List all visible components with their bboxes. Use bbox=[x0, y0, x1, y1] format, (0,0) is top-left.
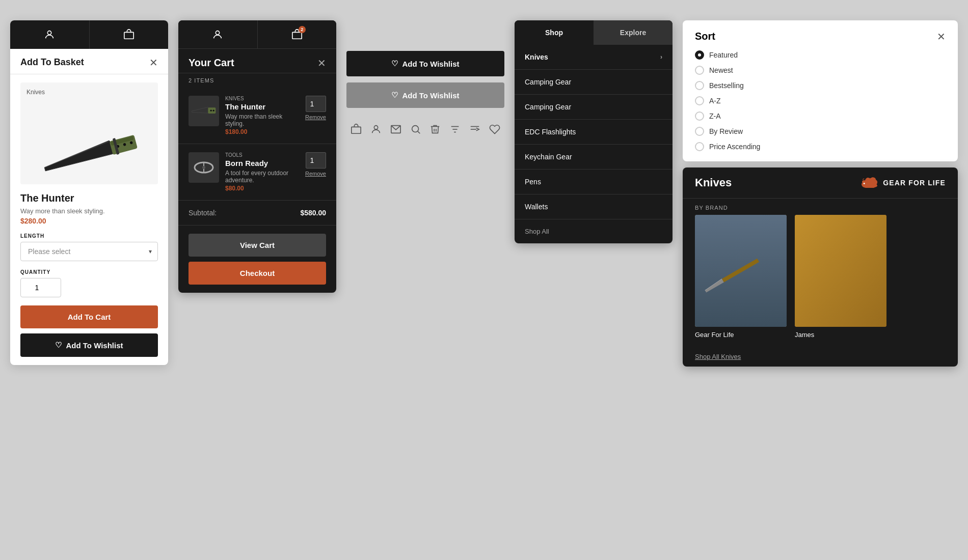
shop-nav-list: Knives › Camping Gear Camping Gear EDC F… bbox=[515, 45, 673, 219]
cart-item: Tools Born Ready A tool for every outdoo… bbox=[178, 144, 336, 201]
shop-nav-item-camping2[interactable]: Camping Gear bbox=[515, 95, 673, 120]
mail-icon[interactable] bbox=[387, 120, 405, 138]
sort-label-price-asc: Price Ascending bbox=[709, 143, 760, 151]
length-label: LENGTH bbox=[20, 233, 158, 239]
add-to-wishlist-button[interactable]: ♡ Add To Wishlist bbox=[20, 333, 158, 357]
sort-option-price-asc[interactable]: Price Ascending bbox=[695, 142, 946, 151]
cart-item-image-2 bbox=[189, 152, 219, 183]
cart-panel: 2 Your Cart ✕ 2 ITEMS Knives The Hunter … bbox=[178, 20, 336, 293]
sort-option-za[interactable]: Z-A bbox=[695, 111, 946, 121]
shop-nav-item-flashlights[interactable]: EDC Flashlights bbox=[515, 120, 673, 145]
wishlist-button-2[interactable]: ♡ Add To Wishlist bbox=[346, 82, 504, 108]
right-panel: Sort ✕ Featured Newest Bestselling A-Z bbox=[683, 20, 958, 367]
sort-title: Sort bbox=[695, 31, 715, 42]
cart-item-remove-button-2[interactable]: Remove bbox=[305, 171, 326, 177]
basket-top-bar bbox=[10, 20, 168, 49]
cart-item-qty-2: Remove bbox=[305, 152, 326, 177]
quantity-label: QUANTITY bbox=[20, 269, 158, 275]
user-icon[interactable] bbox=[367, 120, 385, 138]
wishlist-label-2: Add To Wishlist bbox=[402, 91, 459, 100]
sort-options: Featured Newest Bestselling A-Z Z-A By R… bbox=[695, 50, 946, 151]
subtotal-amount: $580.00 bbox=[300, 209, 326, 217]
cart-close-button[interactable]: ✕ bbox=[317, 58, 326, 68]
bison-icon bbox=[861, 176, 879, 190]
cart-item-qty-input-2[interactable] bbox=[306, 152, 326, 169]
sort-option-newest[interactable]: Newest bbox=[695, 66, 946, 75]
product-card-2[interactable]: James bbox=[795, 215, 886, 339]
product-card-1[interactable]: Gear For Life bbox=[695, 215, 787, 339]
basket-header: Add To Basket ✕ bbox=[10, 49, 168, 74]
checkout-button[interactable]: Checkout bbox=[189, 262, 326, 285]
product-card-image-2 bbox=[795, 215, 886, 327]
length-select[interactable]: Please select bbox=[20, 242, 158, 261]
svg-point-18 bbox=[202, 166, 205, 169]
cart-badge: 2 bbox=[291, 29, 303, 40]
cart-item-info-2: Tools Born Ready A tool for every outdoo… bbox=[225, 152, 299, 192]
sort-panel: Sort ✕ Featured Newest Bestselling A-Z bbox=[683, 20, 958, 161]
sort-option-bestselling[interactable]: Bestselling bbox=[695, 81, 946, 90]
cart-tab[interactable] bbox=[90, 20, 169, 49]
svg-rect-11 bbox=[292, 32, 302, 39]
tab-explore[interactable]: Explore bbox=[594, 20, 673, 45]
sort-option-review[interactable]: By Review bbox=[695, 127, 946, 136]
cart-item-desc-2: A tool for every outdoor adventure. bbox=[225, 170, 299, 184]
brand-name: GEAR FOR LIFE bbox=[883, 179, 946, 187]
basket-title: Add To Basket bbox=[20, 57, 84, 68]
sort-label-za: Z-A bbox=[709, 112, 721, 120]
trash-icon[interactable] bbox=[426, 120, 444, 138]
shop-nav-item-knives[interactable]: Knives › bbox=[515, 45, 673, 70]
user-tab[interactable] bbox=[10, 20, 90, 49]
product-image-area: Knives bbox=[20, 82, 158, 184]
cart-item-image-1 bbox=[189, 96, 219, 126]
shop-all-link[interactable]: Shop All bbox=[515, 219, 673, 243]
tab-shop[interactable]: Shop bbox=[515, 20, 594, 45]
wishlist-button-1[interactable]: ♡ Add To Wishlist bbox=[346, 51, 504, 76]
svg-point-20 bbox=[374, 126, 378, 129]
shop-tabs: Shop Explore bbox=[515, 20, 673, 45]
filter-icon[interactable] bbox=[446, 120, 464, 138]
sort-label-az: A-Z bbox=[709, 97, 721, 105]
svg-marker-12 bbox=[192, 107, 210, 114]
sort-close-button[interactable]: ✕ bbox=[937, 32, 946, 42]
cart-item-qty-input-1[interactable] bbox=[306, 96, 326, 112]
radio-bestselling bbox=[695, 81, 704, 90]
shop-all-knives-link[interactable]: Shop All Knives bbox=[683, 347, 958, 367]
cart-item-remove-button-1[interactable]: Remove bbox=[305, 114, 326, 120]
shop-nav-item-keychain[interactable]: Keychain Gear bbox=[515, 145, 673, 170]
product-section-header: Knives GEAR FOR LIFE bbox=[683, 167, 958, 199]
shop-nav-label-wallets: Wallets bbox=[525, 203, 548, 211]
basket-close-button[interactable]: ✕ bbox=[149, 58, 158, 68]
radio-newest bbox=[695, 66, 704, 75]
cart-top-bar: 2 bbox=[178, 20, 336, 49]
heart-icon[interactable] bbox=[486, 120, 504, 138]
cart-user-tab[interactable] bbox=[178, 20, 258, 48]
shop-nav-item-pens[interactable]: Pens bbox=[515, 170, 673, 194]
view-cart-button[interactable]: View Cart bbox=[189, 234, 326, 257]
sort-label-review: By Review bbox=[709, 127, 743, 135]
cart-item-desc-1: Way more than sleek styling. bbox=[225, 113, 299, 127]
sort-option-featured[interactable]: Featured bbox=[695, 50, 946, 60]
quantity-input[interactable] bbox=[20, 278, 61, 297]
add-to-cart-button[interactable]: Add To Cart bbox=[20, 305, 158, 328]
cart-item-category-2: Tools bbox=[225, 152, 299, 158]
bag-icon[interactable] bbox=[347, 120, 365, 138]
knife-image bbox=[35, 125, 143, 184]
cart-item: Knives The Hunter Way more than sleek st… bbox=[178, 88, 336, 144]
svg-point-29 bbox=[864, 183, 865, 184]
cart-item-qty-1: Remove bbox=[305, 96, 326, 120]
sort-label-newest: Newest bbox=[709, 66, 733, 74]
sort-option-az[interactable]: A-Z bbox=[695, 96, 946, 105]
cart-item-price-1: $180.00 bbox=[225, 128, 299, 135]
shop-nav-panel: Shop Explore Knives › Camping Gear Campi… bbox=[515, 20, 673, 243]
svg-point-0 bbox=[48, 31, 51, 35]
add-to-basket-panel: Add To Basket ✕ Knives The Hunter Way mo… bbox=[10, 20, 168, 365]
shop-nav-item-wallets[interactable]: Wallets bbox=[515, 194, 673, 219]
svg-rect-19 bbox=[352, 127, 361, 133]
sort-icon[interactable] bbox=[466, 120, 484, 138]
cart-item-name-1: The Hunter bbox=[225, 102, 299, 111]
shop-nav-label-flashlights: EDC Flashlights bbox=[525, 128, 576, 136]
shop-nav-item-camping1[interactable]: Camping Gear bbox=[515, 70, 673, 95]
search-icon[interactable] bbox=[407, 120, 425, 138]
sort-label-bestselling: Bestselling bbox=[709, 81, 744, 90]
cart-cart-tab[interactable]: 2 bbox=[258, 20, 337, 48]
